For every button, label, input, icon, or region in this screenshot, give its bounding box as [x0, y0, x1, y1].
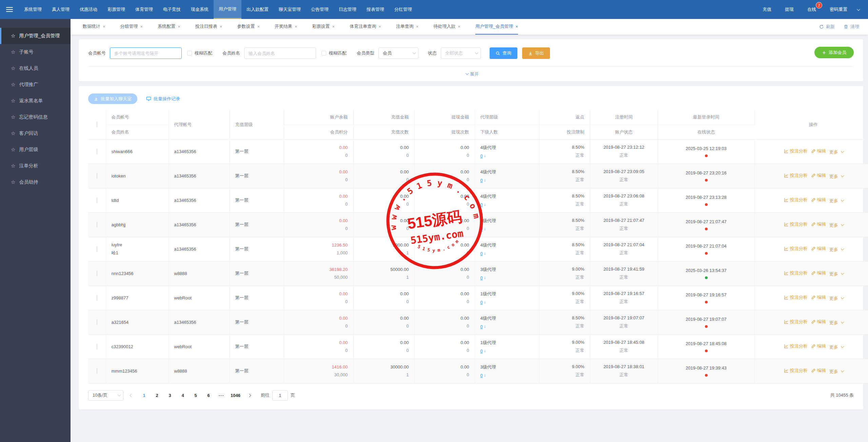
sub-count-link[interactable]: 0 — [480, 178, 483, 183]
close-icon[interactable]: × — [416, 24, 419, 29]
more-link[interactable]: 更多 — [829, 369, 843, 375]
member-type-select[interactable]: 会员 — [378, 47, 418, 59]
nav-item-11[interactable]: 公告管理 — [306, 0, 334, 19]
batch-op-log-link[interactable]: 批量操作记录 — [146, 96, 180, 102]
name-fuzzy-checkbox[interactable] — [321, 51, 326, 56]
nav-right-item-4[interactable]: 密码重置 — [823, 0, 854, 19]
status-select[interactable]: 全部状态 — [441, 47, 481, 59]
nav-item-12[interactable]: 日志管理 — [334, 0, 361, 19]
row-checkbox[interactable] — [97, 173, 97, 179]
edit-link[interactable]: 编辑 — [811, 367, 826, 374]
tab-9[interactable]: 注单查询× — [396, 19, 419, 35]
row-checkbox[interactable] — [97, 149, 97, 154]
nav-item-13[interactable]: 报表管理 — [361, 0, 389, 19]
close-icon[interactable]: × — [220, 24, 222, 29]
chevron-down-icon[interactable] — [857, 7, 860, 11]
edit-link[interactable]: 编辑 — [811, 172, 826, 178]
tab-8[interactable]: 体育注单查询× — [350, 19, 381, 35]
more-link[interactable]: 更多 — [829, 149, 843, 155]
more-link[interactable]: 更多 — [829, 271, 843, 277]
row-checkbox[interactable] — [97, 344, 97, 350]
tab-5[interactable]: 参数设置× — [237, 19, 260, 35]
close-icon[interactable]: × — [378, 24, 381, 29]
row-checkbox[interactable] — [97, 222, 97, 228]
page-number-5[interactable]: 5 — [191, 390, 201, 401]
more-link[interactable]: 更多 — [829, 173, 843, 180]
bet-analysis-link[interactable]: 投注分析 — [784, 319, 808, 325]
more-link[interactable]: 更多 — [829, 344, 843, 350]
add-member-button[interactable]: 添加会员 — [814, 47, 854, 58]
edit-link[interactable]: 编辑 — [811, 319, 826, 325]
nav-right-item-3[interactable]: 在线2 — [801, 0, 823, 19]
bet-analysis-link[interactable]: 投注分析 — [784, 197, 808, 203]
close-icon[interactable]: × — [257, 24, 260, 29]
edit-link[interactable]: 编辑 — [811, 246, 826, 252]
edit-link[interactable]: 编辑 — [811, 343, 826, 349]
page-size-select[interactable]: 10条/页 — [88, 390, 123, 401]
nav-right-item-1[interactable]: 充值 — [756, 0, 778, 19]
tab-7[interactable]: 彩票设置× — [312, 19, 335, 35]
row-checkbox[interactable] — [97, 246, 97, 252]
more-link[interactable]: 更多 — [829, 198, 843, 204]
more-link[interactable]: 更多 — [829, 295, 843, 301]
sub-count-link[interactable]: 0 — [480, 300, 483, 305]
sidebar-item-1[interactable]: ☆用户管理_会员管理 — [0, 28, 71, 44]
nav-item-2[interactable]: 真人管理 — [47, 0, 75, 19]
prev-page-button[interactable] — [126, 390, 136, 401]
row-checkbox[interactable] — [97, 319, 97, 325]
tab-2[interactable]: 分组管理× — [120, 19, 143, 35]
select-all-checkbox[interactable] — [97, 122, 97, 127]
row-checkbox[interactable] — [97, 295, 97, 301]
nav-item-8[interactable]: 用户管理 — [214, 0, 241, 19]
bet-analysis-link[interactable]: 投注分析 — [784, 343, 808, 349]
page-number-4[interactable]: 4 — [178, 390, 188, 401]
page-number-3[interactable]: 3 — [165, 390, 175, 401]
sub-count-link[interactable]: 0 — [480, 275, 483, 280]
goto-page-input[interactable] — [272, 390, 288, 401]
nav-item-1[interactable]: 系统管理 — [19, 0, 47, 19]
sidebar-item-3[interactable]: ☆在线人员 — [0, 60, 71, 77]
sub-count-link[interactable]: 0 — [480, 153, 483, 159]
sub-count-link[interactable]: 0 — [480, 373, 483, 378]
tab-3[interactable]: 系统配置× — [158, 19, 180, 35]
sidebar-item-6[interactable]: ☆忘记密码信息 — [0, 109, 71, 125]
tab-6[interactable]: 开奖结果× — [275, 19, 297, 35]
close-icon[interactable]: × — [140, 24, 143, 29]
bet-analysis-link[interactable]: 投注分析 — [784, 367, 808, 374]
close-icon[interactable]: × — [458, 24, 460, 29]
more-link[interactable]: 更多 — [829, 247, 843, 253]
sidebar-item-7[interactable]: ☆客户回访 — [0, 125, 71, 142]
close-icon[interactable]: × — [178, 24, 180, 29]
nav-item-4[interactable]: 彩票管理 — [102, 0, 130, 19]
edit-link[interactable]: 编辑 — [811, 221, 826, 227]
bet-analysis-link[interactable]: 投注分析 — [784, 221, 808, 227]
more-link[interactable]: 更多 — [829, 320, 843, 326]
row-checkbox[interactable] — [97, 368, 97, 374]
tab-1[interactable]: 数据统计× — [83, 19, 105, 35]
close-icon[interactable]: × — [515, 24, 518, 29]
nav-item-7[interactable]: 现金系统 — [186, 0, 214, 19]
clear-button[interactable]: 清理 — [844, 24, 859, 30]
nav-item-5[interactable]: 体育管理 — [130, 0, 158, 19]
next-page-button[interactable] — [244, 390, 255, 401]
edit-link[interactable]: 编辑 — [811, 294, 826, 300]
row-checkbox[interactable] — [97, 197, 97, 203]
refresh-button[interactable]: 刷新 — [819, 24, 835, 30]
nav-item-10[interactable]: 聊天室管理 — [274, 0, 306, 19]
edit-link[interactable]: 编辑 — [811, 148, 826, 154]
page-number-1046[interactable]: 1046 — [229, 390, 242, 401]
tab-10[interactable]: 待处理入款× — [433, 19, 460, 35]
nav-item-3[interactable]: 优惠活动 — [75, 0, 102, 19]
tab-4[interactable]: 投注日报表× — [195, 19, 222, 35]
sub-count-link[interactable]: 0 — [480, 202, 483, 207]
export-button[interactable]: 导出 — [522, 47, 550, 59]
close-icon[interactable]: × — [295, 24, 297, 29]
name-input[interactable] — [244, 47, 316, 59]
nav-right-item-2[interactable]: 提现 — [778, 0, 801, 19]
expand-toggle[interactable]: 展开 — [88, 66, 854, 81]
search-button[interactable]: 查询 — [490, 47, 517, 59]
bet-analysis-link[interactable]: 投注分析 — [784, 172, 808, 178]
edit-link[interactable]: 编辑 — [811, 270, 826, 276]
tab-11[interactable]: 用户管理_会员管理× — [475, 19, 518, 35]
row-checkbox[interactable] — [97, 271, 97, 276]
